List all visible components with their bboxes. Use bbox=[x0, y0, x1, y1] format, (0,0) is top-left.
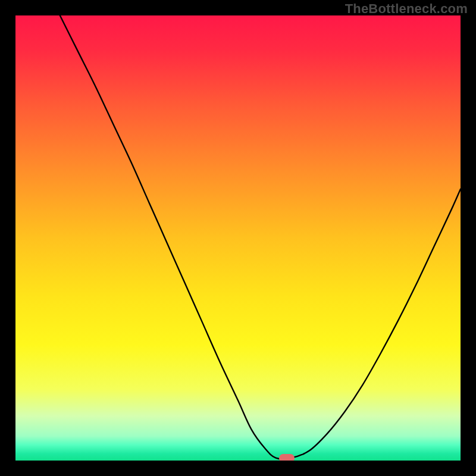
chart-frame: TheBottleneck.com bbox=[0, 0, 476, 476]
plot-area bbox=[15, 15, 461, 461]
watermark-text: TheBottleneck.com bbox=[345, 1, 468, 17]
optimal-marker bbox=[279, 454, 295, 461]
bottleneck-curve bbox=[15, 15, 461, 461]
